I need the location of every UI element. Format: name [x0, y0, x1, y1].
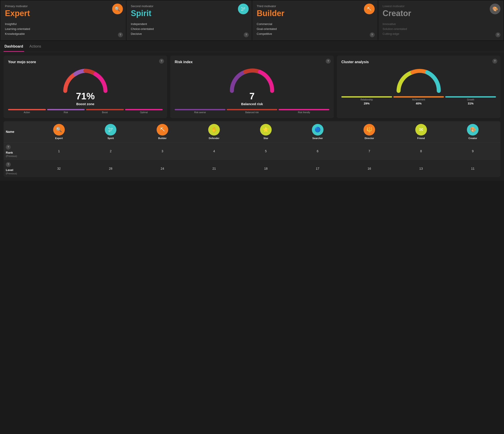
- cluster-legend-item-2: Growth 31%: [445, 96, 496, 105]
- tab-actions[interactable]: Actions: [29, 41, 42, 52]
- risk-help-icon[interactable]: ?: [326, 59, 331, 64]
- mojo-score-card: Your mojo score ? 71%: [4, 56, 167, 118]
- risk-legend-bar-1: [227, 109, 278, 110]
- motivator-label-0: Primary motivator: [5, 4, 122, 8]
- cluster-legend-item-1: Achievement 40%: [393, 96, 444, 105]
- mojo-legend-label-0: Action: [24, 111, 30, 114]
- cluster-score-card: Cluster analysis ? Relationship 29% Achi…: [337, 56, 500, 118]
- row-main-label-0: Rank: [6, 151, 33, 154]
- archetype-header-7: ✉ Friend: [396, 124, 447, 140]
- archetype-label-1: Spirit: [108, 137, 114, 140]
- motivator-label-2: Third motivator: [257, 4, 373, 8]
- row-sub-label-0: (Previous): [6, 155, 33, 157]
- mojo-legend-item-1: Risk: [47, 109, 85, 114]
- name-column-header: Name: [6, 130, 33, 133]
- mojo-legend-label-3: Optimal: [140, 111, 148, 114]
- archetype-header-5: 🔵 Searcher: [292, 124, 343, 140]
- risk-legend-item-1: Balanced risk: [227, 109, 278, 114]
- cluster-legend-pct-0: 29%: [364, 102, 369, 105]
- table-cell-0-6: 7: [344, 149, 395, 153]
- mojo-legend-item-3: Optimal: [125, 109, 163, 114]
- motivators-row: Primary motivator Expert InsightfulLearn…: [0, 0, 504, 41]
- mojo-title: Your mojo score: [8, 60, 163, 64]
- motivator-label-1: Second motivator: [131, 4, 248, 8]
- mojo-legend-bar-1: [47, 109, 85, 110]
- motivator-traits-1: IndependentChoice-orientatedDecisive: [131, 22, 248, 36]
- motivator-card-1: Second motivator Spirit IndependentChoic…: [126, 0, 252, 40]
- table-cell-0-3: 4: [189, 149, 240, 153]
- row-sub-label-1: (Previous): [6, 172, 33, 175]
- tab-dashboard[interactable]: Dashboard: [4, 41, 24, 52]
- archetype-icon-6: 🔱: [363, 124, 375, 135]
- cluster-gauge-container: [341, 66, 496, 93]
- motivator-icon-3: 🎨: [490, 4, 500, 14]
- cluster-legend-bar-0: [341, 96, 392, 97]
- archetype-header-6: 🔱 Director: [344, 124, 395, 140]
- table-row-1: ? Level (Previous) 322824211817161311: [4, 160, 500, 177]
- mojo-legend-item-2: Boost: [86, 109, 124, 114]
- table-cell-0-7: 8: [396, 149, 447, 153]
- table-header-row: Name 🔍 Expert 🕊 Spirit ⛏ Builder ✋ Defen…: [4, 121, 500, 142]
- motivator-help-2[interactable]: ?: [370, 32, 375, 37]
- cluster-legend-bar-1: [393, 96, 444, 97]
- risk-legend-bar-2: [279, 109, 329, 110]
- cluster-legend-pct-1: 40%: [416, 102, 422, 105]
- mojo-legend: Action Risk Boost Optimal: [8, 109, 163, 114]
- table-cell-1-0: 32: [34, 167, 84, 170]
- mojo-legend-label-2: Boost: [102, 111, 108, 114]
- cluster-legend-label-0: Relationship: [360, 98, 373, 101]
- table-cell-0-0: 1: [34, 149, 84, 153]
- motivator-traits-2: CommercialGoal-orientatedCompetitive: [257, 22, 373, 36]
- motivator-help-0[interactable]: ?: [118, 32, 123, 37]
- cluster-help-icon[interactable]: ?: [492, 59, 497, 64]
- motivator-help-3[interactable]: ?: [495, 32, 500, 37]
- archetype-icon-7: ✉: [415, 124, 427, 135]
- motivator-card-3: Lowest motivator Creator InnovativeSolut…: [378, 0, 504, 40]
- risk-score-card: Risk index ? 7 Balanced risk Risk averse…: [170, 56, 334, 118]
- motivator-icon-0: 🔍: [112, 4, 123, 14]
- motivator-icon-1: 🕊: [238, 4, 249, 14]
- mojo-sublabel: Boost zone: [76, 102, 94, 106]
- table-cell-1-4: 18: [240, 167, 291, 170]
- risk-title: Risk index: [175, 60, 329, 64]
- archetype-header-8: 🎨 Creator: [447, 124, 498, 140]
- mojo-legend-label-1: Risk: [64, 111, 68, 114]
- row-label-cell-1: ? Level (Previous): [6, 162, 33, 175]
- risk-legend: Risk averse Balanced risk Risk friendly: [175, 109, 329, 114]
- cluster-gauge-svg: [394, 66, 443, 93]
- archetype-icon-1: 🕊: [105, 124, 117, 135]
- motivator-card-2: Third motivator Builder CommercialGoal-o…: [252, 0, 378, 40]
- archetype-label-3: Defender: [209, 137, 220, 140]
- motivator-title-2: Builder: [257, 9, 373, 18]
- archetype-label-6: Director: [365, 137, 374, 140]
- motivator-title-3: Creator: [383, 9, 499, 18]
- mojo-legend-bar-2: [86, 109, 124, 110]
- risk-legend-label-0: Risk averse: [194, 111, 206, 114]
- archetype-label-8: Creator: [468, 137, 477, 140]
- mojo-value: 71%: [76, 91, 95, 102]
- archetypes-table: Name 🔍 Expert 🕊 Spirit ⛏ Builder ✋ Defen…: [4, 121, 500, 177]
- table-cell-1-2: 24: [137, 167, 188, 170]
- archetype-header-0: 🔍 Expert: [34, 124, 84, 140]
- row-main-label-1: Level: [6, 168, 33, 172]
- mojo-legend-item-0: Action: [8, 109, 46, 114]
- cluster-legend-label-1: Achievement: [412, 98, 425, 101]
- table-cell-1-7: 13: [396, 167, 447, 170]
- cluster-legend-bar-2: [445, 96, 496, 97]
- risk-legend-item-0: Risk averse: [175, 109, 225, 114]
- table-cell-1-5: 17: [292, 167, 343, 170]
- mojo-help-icon[interactable]: ?: [159, 59, 164, 64]
- cluster-legend-label-2: Growth: [467, 98, 474, 101]
- archetype-icon-2: ⛏: [157, 124, 168, 135]
- archetype-icon-3: ✋: [208, 124, 220, 135]
- risk-legend-bar-0: [175, 109, 225, 110]
- cluster-legend-item-0: Relationship 29%: [341, 96, 392, 105]
- motivator-help-1[interactable]: ?: [244, 32, 249, 37]
- motivator-traits-3: InnovativeSolution-orientatedCutting-edg…: [383, 22, 499, 36]
- table-row-0: ? Rank (Previous) 123456789: [4, 142, 500, 160]
- motivator-title-0: Expert: [5, 9, 122, 18]
- table-cell-1-3: 21: [189, 167, 240, 170]
- row-help-0[interactable]: ?: [6, 145, 11, 150]
- row-help-1[interactable]: ?: [6, 162, 11, 167]
- risk-gauge-container: 7 Balanced risk: [175, 66, 329, 106]
